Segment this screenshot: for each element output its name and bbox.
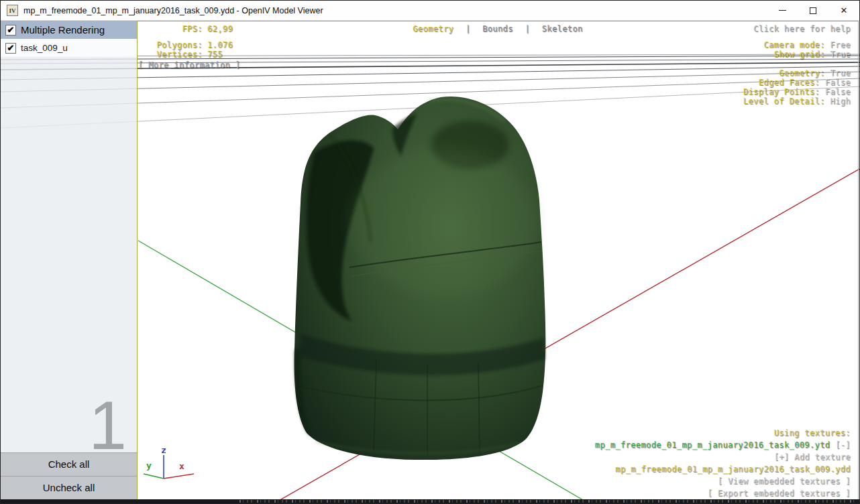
gizmo-y-label: y [146, 460, 152, 470]
tab-bounds[interactable]: Bounds [482, 24, 513, 34]
multiple-rendering-checkbox[interactable]: ✔ [5, 25, 16, 36]
multiple-rendering-row[interactable]: ✔ Multiple Rendering [1, 21, 137, 39]
model-count-watermark: 1 [89, 391, 127, 460]
camera-mode-row[interactable]: Camera mode: Free [743, 40, 851, 50]
model-list-sidebar: ✔ Multiple Rendering ✔ task_009_u 1 Chec… [1, 21, 137, 499]
task-009-u-checkbox[interactable]: ✔ [5, 43, 16, 54]
window-title: mp_m_freemode_01_mp_m_january2016_task_0… [23, 6, 323, 15]
view-embedded-textures-button[interactable]: [ View embedded textures ] [595, 475, 851, 487]
openiv-app-icon: IV [7, 5, 18, 16]
gizmo-x-axis [164, 474, 194, 479]
vest-model[interactable] [294, 97, 546, 460]
edged-faces-row[interactable]: Edged Faces: False [743, 78, 851, 87]
remove-texture-button[interactable]: [-] [835, 440, 851, 450]
viewer-settings: Click here for help Camera mode: Free Sh… [743, 24, 851, 106]
minimize-icon [779, 10, 786, 11]
titlebar: IV mp_m_freemode_01_mp_m_january2016_tas… [1, 1, 859, 21]
multiple-rendering-label: Multiple Rendering [21, 24, 105, 36]
check-all-button[interactable]: Check all [1, 452, 137, 476]
window-controls: ✕ [767, 1, 859, 20]
level-of-detail-row[interactable]: Level of Detail: High [743, 97, 851, 106]
ytd-texture-row[interactable]: mp_m_freemode_01_mp_m_january2016_task_0… [595, 439, 851, 451]
viewport-stage: z y x FPS:62,99 Polygons:1.076 Vertices:… [1, 21, 859, 503]
minimize-button[interactable] [767, 1, 798, 20]
add-texture-button[interactable]: [+] Add texture [595, 451, 851, 463]
maximize-button[interactable] [798, 1, 828, 20]
show-grid-row[interactable]: Show grid: True [743, 50, 851, 59]
close-button[interactable]: ✕ [828, 1, 859, 20]
close-icon: ✕ [841, 6, 848, 15]
gizmo-x-label: x [179, 461, 184, 471]
ydd-file-name: mp_m_freemode_01_mp_m_january2016_task_0… [595, 463, 851, 475]
uncheck-all-button[interactable]: Uncheck all [1, 476, 137, 499]
maximize-icon [810, 7, 816, 14]
axis-gizmo: z y x [144, 445, 194, 479]
display-points-row[interactable]: Display Points: False [743, 87, 851, 97]
export-embedded-textures-button[interactable]: [ Export embedded textures ] [595, 487, 851, 499]
tab-skeleton[interactable]: Skeleton [542, 24, 583, 34]
model-list-item[interactable]: ✔ task_009_u [1, 39, 137, 57]
using-textures-header: Using textures: [595, 427, 851, 439]
gizmo-y-axis [144, 474, 164, 479]
mode-separator: | [466, 24, 471, 34]
task-009-u-label: task_009_u [21, 43, 68, 53]
clipped-bottom-text-row [1, 499, 859, 503]
more-information-link[interactable]: [ More information ] [138, 60, 241, 70]
textures-panel: Using textures: mp_m_freemode_01_mp_m_ja… [595, 427, 851, 499]
geometry-toggle-row[interactable]: Geometry: True [743, 68, 851, 78]
polygons-row: Polygons:1.076 [139, 40, 233, 50]
openiv-model-viewer-window: IV mp_m_freemode_01_mp_m_january2016_tas… [0, 0, 860, 504]
help-link[interactable]: Click here for help [743, 24, 851, 34]
tab-geometry[interactable]: Geometry [413, 24, 453, 34]
mode-separator: | [525, 24, 531, 34]
vertices-row: Vertices:755 [139, 50, 233, 59]
gizmo-z-label: z [161, 445, 166, 455]
sidebar-buttons: Check all Uncheck all [1, 452, 137, 499]
